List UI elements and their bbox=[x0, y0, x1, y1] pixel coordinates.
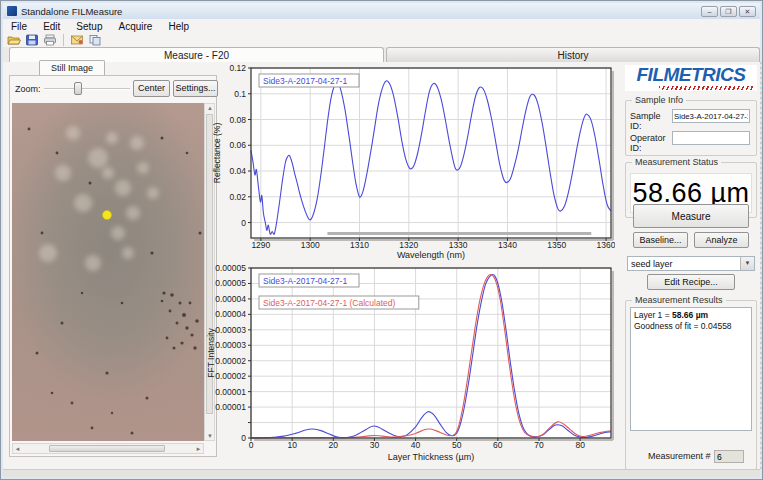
main-content: Still Image Zoom: Center Settings... ▲ ▼… bbox=[3, 62, 760, 469]
svg-text:0.00004: 0.00004 bbox=[215, 309, 246, 319]
svg-text:0.00002: 0.00002 bbox=[215, 356, 246, 366]
svg-text:30: 30 bbox=[370, 440, 380, 450]
svg-text:Layer Thickness (µm): Layer Thickness (µm) bbox=[388, 452, 475, 462]
svg-text:0: 0 bbox=[249, 440, 254, 450]
edit-recipe-button[interactable]: Edit Recipe... bbox=[647, 274, 735, 290]
svg-text:50: 50 bbox=[452, 440, 462, 450]
sample-id-input[interactable] bbox=[672, 109, 750, 123]
svg-text:0.00001: 0.00001 bbox=[215, 402, 246, 412]
panel-splitter[interactable] bbox=[760, 62, 762, 470]
svg-text:0.00005: 0.00005 bbox=[215, 263, 246, 273]
toolbar bbox=[3, 33, 760, 47]
svg-text:0.06: 0.06 bbox=[229, 140, 246, 150]
measurement-panel: FILMETRICS Sample Info Sample ID: Operat… bbox=[621, 62, 762, 470]
zoom-slider-thumb[interactable] bbox=[74, 82, 82, 95]
svg-text:0.12: 0.12 bbox=[229, 63, 246, 73]
camera-still-image[interactable] bbox=[12, 103, 204, 441]
chevron-down-icon[interactable]: ▼ bbox=[740, 257, 754, 270]
svg-text:1300: 1300 bbox=[301, 240, 320, 250]
svg-text:0.1: 0.1 bbox=[234, 89, 246, 99]
zoom-label: Zoom: bbox=[15, 84, 41, 94]
measurement-number-input[interactable] bbox=[714, 450, 744, 463]
status-bar bbox=[3, 469, 760, 477]
svg-text:0.08: 0.08 bbox=[229, 115, 246, 125]
svg-text:0.00005: 0.00005 bbox=[215, 278, 246, 288]
recipe-dropdown[interactable]: seed layer ▼ bbox=[627, 256, 755, 271]
svg-text:1360: 1360 bbox=[597, 240, 615, 250]
fft-thickness-chart: 010203040506070800.000050.000050.000040.… bbox=[205, 259, 615, 471]
app-window: Standalone FILMeasure – ❐ ✕ File Edit Se… bbox=[0, 0, 763, 480]
image-horizontal-scrollbar[interactable]: ◄ ► bbox=[12, 443, 204, 454]
scroll-left-icon[interactable]: ◄ bbox=[13, 446, 22, 452]
svg-text:20: 20 bbox=[329, 440, 339, 450]
image-controls: Zoom: Center Settings... bbox=[12, 79, 214, 99]
acquire-icon[interactable] bbox=[70, 34, 84, 46]
filmetrics-logo: FILMETRICS bbox=[625, 65, 757, 91]
svg-text:0.00002: 0.00002 bbox=[215, 371, 246, 381]
svg-text:0.00004: 0.00004 bbox=[215, 294, 246, 304]
minimize-button[interactable]: – bbox=[701, 6, 718, 17]
svg-text:1340: 1340 bbox=[498, 240, 517, 250]
svg-text:1350: 1350 bbox=[547, 240, 566, 250]
logo-hatch-decoration bbox=[659, 86, 754, 90]
maximize-button[interactable]: ❐ bbox=[720, 6, 737, 17]
horizontal-scroll-thumb[interactable] bbox=[49, 445, 165, 452]
menu-help[interactable]: Help bbox=[160, 20, 197, 33]
svg-text:0.04: 0.04 bbox=[229, 166, 246, 176]
analyze-button[interactable]: Analyze bbox=[694, 232, 749, 248]
svg-text:0.00001: 0.00001 bbox=[215, 387, 246, 397]
menu-acquire[interactable]: Acquire bbox=[111, 20, 161, 33]
tab-still-image[interactable]: Still Image bbox=[39, 60, 105, 76]
svg-text:1330: 1330 bbox=[449, 240, 468, 250]
sample-id-label: Sample ID: bbox=[630, 111, 670, 131]
svg-text:40: 40 bbox=[411, 440, 421, 450]
measurement-number-label: Measurement # bbox=[648, 451, 711, 461]
layer1-thickness-value: 58.66 µm bbox=[672, 310, 708, 320]
svg-text:0: 0 bbox=[241, 218, 246, 228]
title-bar[interactable]: Standalone FILMeasure – ❐ ✕ bbox=[3, 3, 760, 19]
baseline-button[interactable]: Baseline... bbox=[633, 232, 688, 248]
measurement-results-title: Measurement Results bbox=[632, 295, 726, 305]
svg-text:Reflectance (%): Reflectance (%) bbox=[212, 123, 222, 184]
svg-text:Side3-A-2017-04-27-1 (Calculat: Side3-A-2017-04-27-1 (Calculated) bbox=[263, 298, 395, 308]
result-line-layer1: Layer 1 = 58.66 µm bbox=[634, 310, 748, 321]
app-icon bbox=[7, 6, 17, 16]
close-button[interactable]: ✕ bbox=[739, 6, 756, 17]
measure-button[interactable]: Measure bbox=[633, 204, 749, 228]
svg-text:0.00003: 0.00003 bbox=[215, 340, 246, 350]
reflectance-spectrum-chart: 129013001310132013301340135013600.120.10… bbox=[211, 60, 615, 260]
svg-text:FFT Intensity: FFT Intensity bbox=[206, 328, 216, 378]
menu-file[interactable]: File bbox=[3, 20, 35, 33]
svg-text:Side3-A-2017-04-27-1: Side3-A-2017-04-27-1 bbox=[263, 276, 347, 286]
menu-edit[interactable]: Edit bbox=[35, 20, 68, 33]
svg-text:1310: 1310 bbox=[350, 240, 369, 250]
svg-text:10: 10 bbox=[287, 440, 297, 450]
zoom-slider-track[interactable] bbox=[44, 88, 130, 90]
scroll-right-icon[interactable]: ► bbox=[194, 446, 203, 452]
recipe-selected-value: seed layer bbox=[631, 259, 673, 269]
save-icon[interactable] bbox=[25, 34, 39, 46]
still-image-panel: Zoom: Center Settings... ▲ ▼ ◄ ► bbox=[9, 75, 217, 457]
svg-text:60: 60 bbox=[493, 440, 503, 450]
window-title: Standalone FILMeasure bbox=[21, 6, 122, 17]
measurement-status-title: Measurement Status bbox=[632, 157, 721, 167]
sample-info-title: Sample Info bbox=[632, 95, 686, 105]
print-icon[interactable] bbox=[43, 34, 57, 46]
svg-text:70: 70 bbox=[534, 440, 544, 450]
sample-info-group: Sample Info Sample ID: Operator ID: bbox=[625, 100, 757, 156]
operator-id-input[interactable] bbox=[672, 131, 750, 145]
svg-text:0.02: 0.02 bbox=[229, 192, 246, 202]
copy-icon[interactable] bbox=[88, 34, 102, 46]
menu-bar: File Edit Setup Acquire Help bbox=[3, 19, 760, 33]
center-button[interactable]: Center bbox=[133, 80, 170, 97]
open-file-icon[interactable] bbox=[7, 34, 21, 46]
svg-text:0.00003: 0.00003 bbox=[215, 325, 246, 335]
menu-setup[interactable]: Setup bbox=[68, 20, 110, 33]
results-list[interactable]: Layer 1 = 58.66 µm Goodness of fit = 0.0… bbox=[630, 307, 752, 431]
svg-text:1320: 1320 bbox=[399, 240, 418, 250]
operator-id-label: Operator ID: bbox=[630, 133, 670, 153]
svg-text:1290: 1290 bbox=[251, 240, 270, 250]
toolbar-separator bbox=[63, 34, 64, 46]
image-overlay bbox=[12, 103, 204, 441]
result-line-goodness: Goodness of fit = 0.04558 bbox=[634, 321, 748, 332]
